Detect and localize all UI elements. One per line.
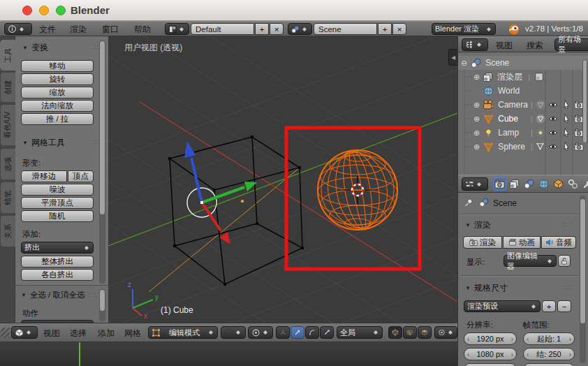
menu-render[interactable]: 渲染 [67, 24, 89, 36]
cube-vertices[interactable] [168, 136, 304, 286]
resolution-y-field[interactable]: ‹ 1080 px › [464, 348, 517, 360]
close-window-button[interactable] [22, 6, 32, 15]
scale-button[interactable]: 缩放 [21, 87, 94, 98]
rotate-button[interactable]: 旋转 [21, 73, 94, 85]
rotate-manipulator-button[interactable] [305, 326, 319, 339]
delete-layout-button[interactable]: × [270, 23, 284, 35]
editor-type-selector[interactable] [462, 177, 488, 191]
add-scene-button[interactable]: + [378, 23, 392, 35]
frame-step-field[interactable]: ‹ 帧步: 1 › [523, 363, 575, 366]
viewport-3d[interactable]: 用户视图 (透视) (1) Cube z y x ◀ [108, 36, 457, 323]
tab-relations[interactable]: 关系 [0, 215, 15, 247]
camera-data-icon[interactable] [535, 99, 546, 110]
pin-icon[interactable] [464, 198, 473, 207]
operator-panel-scrollbar[interactable] [99, 289, 105, 321]
modifiers-tab[interactable] [581, 177, 588, 191]
mesh-data-icon[interactable] [535, 113, 546, 124]
slide-vertex-button[interactable]: 顶点 [68, 170, 94, 182]
push-pull-button[interactable]: 推 / 拉 [21, 113, 94, 125]
mesh-tools-panel-header[interactable]: ▼ 网格工具 [22, 137, 65, 149]
edge-select-mode-button[interactable] [403, 326, 417, 339]
corner-resize-grip[interactable] [1, 328, 10, 338]
select-all-panel-header[interactable]: ▼ 全选 / 取消全选 [21, 290, 85, 300]
tab-shading-uv[interactable]: 着色/UV [0, 104, 15, 146]
extrude-region-button[interactable]: 整体挤出 [21, 256, 94, 268]
decrement-arrow-icon[interactable]: ‹ [527, 351, 529, 358]
menu-mesh[interactable]: 网格 [122, 328, 144, 339]
selectability-cursor-icon[interactable] [562, 128, 571, 137]
viewport-canvas[interactable] [108, 36, 457, 323]
slide-edge-button[interactable]: 滑移边 [21, 170, 67, 182]
extrude-select[interactable]: 挤出 [21, 242, 94, 254]
outliner-row-world[interactable]: World [458, 84, 588, 98]
mode-select[interactable]: 编辑模式 [148, 326, 218, 339]
scene-name-field[interactable]: Scene [314, 23, 377, 35]
menu-window[interactable]: 窗口 [99, 24, 122, 36]
scrollbar-thumb[interactable] [580, 198, 586, 324]
menu-search[interactable]: 搜索 [524, 40, 546, 52]
transform-orientation-select[interactable]: 全局 [337, 326, 383, 339]
dimensions-panel-header[interactable]: ▼ 规格尺寸 [465, 282, 508, 294]
vertex-select-mode-button[interactable] [388, 326, 402, 339]
lamp-data-icon[interactable] [535, 127, 546, 138]
panel-drag-dots-icon[interactable]: :::: [87, 291, 97, 298]
selectability-cursor-icon[interactable] [562, 114, 571, 123]
render-preset-select[interactable]: 渲染预设 [464, 300, 541, 312]
expand-icon[interactable]: ⊕ [473, 129, 480, 138]
panel-drag-dots-icon[interactable]: :::: [563, 284, 573, 291]
resolution-x-field[interactable]: ‹ 1920 px › [464, 332, 517, 345]
outliner-row-scene[interactable]: ⊖ Scene [458, 56, 588, 70]
object-label[interactable]: Cube [498, 114, 518, 124]
outliner-row-sphere[interactable]: ⊕ Sphere | [458, 140, 588, 154]
menu-view[interactable]: 视图 [41, 328, 63, 339]
decrement-arrow-icon[interactable]: ‹ [467, 335, 469, 343]
properties-scrollbar[interactable] [580, 196, 586, 363]
outliner-scope-select[interactable]: 所有场景 [554, 38, 588, 51]
region-expand-arrow[interactable]: ◀ [448, 49, 457, 66]
scene-tab[interactable] [522, 177, 536, 191]
tool-shelf-scrollbar[interactable] [99, 41, 105, 284]
editor-type-selector[interactable] [11, 326, 38, 339]
expand-icon[interactable]: ⊕ [473, 142, 480, 152]
expand-icon[interactable]: ⊕ [473, 73, 480, 82]
move-button[interactable]: 移动 [21, 60, 94, 72]
selected-vertex[interactable] [200, 201, 203, 204]
manipulator-toggle-button[interactable] [276, 326, 290, 339]
editor-type-selector[interactable] [4, 23, 32, 35]
cube-wireframe[interactable] [168, 136, 304, 286]
increment-arrow-icon[interactable]: › [569, 351, 571, 358]
object-label[interactable]: Camera [498, 100, 528, 110]
panel-drag-dots-icon[interactable]: :::: [563, 221, 573, 228]
noise-button[interactable]: 噪波 [21, 184, 94, 196]
world-label[interactable]: World [498, 86, 520, 96]
editor-type-selector[interactable] [462, 38, 488, 51]
screen-layout-name-field[interactable]: Default [191, 23, 254, 35]
delete-scene-button[interactable]: × [392, 23, 406, 35]
visibility-eye-icon[interactable] [548, 114, 558, 124]
increment-arrow-icon[interactable]: › [511, 335, 513, 343]
add-preset-button[interactable]: + [542, 300, 556, 312]
tab-options[interactable]: 选项 [0, 148, 15, 180]
increment-arrow-icon[interactable]: › [569, 335, 571, 343]
render-audio-button[interactable]: 音频 [541, 236, 576, 249]
outliner-row-render-layers[interactable]: ⊕ 渲染层 | [458, 70, 588, 84]
lock-interface-button[interactable] [558, 255, 571, 267]
render-layer-data-icon[interactable] [534, 72, 544, 82]
frame-start-field[interactable]: ‹ 起始: 1 › [523, 332, 575, 345]
object-label[interactable]: Sphere [498, 142, 525, 152]
menu-select[interactable]: 选择 [67, 328, 89, 339]
render-still-button[interactable]: 渲染 [463, 236, 502, 249]
maximize-window-button[interactable] [56, 6, 66, 15]
minimize-window-button[interactable] [39, 6, 49, 15]
outliner-row-cube[interactable]: ⊕ Cube | [458, 112, 588, 126]
outliner-row-camera[interactable]: ⊕ Camera | [458, 98, 588, 112]
renderability-camera-icon[interactable] [574, 142, 584, 152]
menu-view[interactable]: 视图 [493, 40, 515, 52]
pivot-point-select[interactable] [248, 326, 273, 339]
frame-end-field[interactable]: ‹ 结: 250 › [523, 348, 575, 360]
transform-panel-header[interactable]: ▼ 变换 [22, 42, 48, 54]
scrollbar-thumb[interactable] [99, 41, 105, 215]
render-engine-select[interactable]: Blender 渲染 [432, 23, 496, 35]
proportional-edit-select[interactable] [434, 326, 457, 339]
constraints-tab[interactable] [566, 177, 580, 191]
